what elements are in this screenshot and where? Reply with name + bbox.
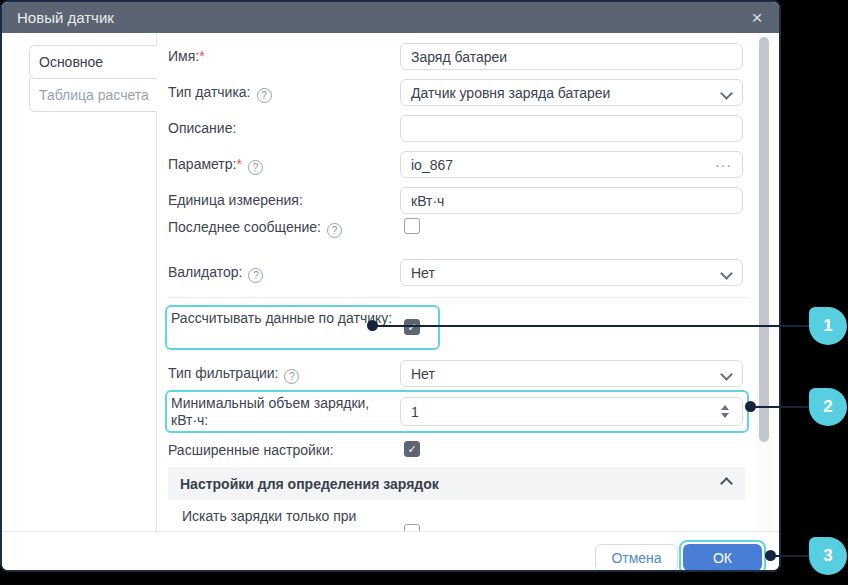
highlight-box-3: ОК	[679, 540, 766, 572]
cancel-button[interactable]: Отмена	[595, 544, 678, 571]
check-icon: ✓	[407, 443, 416, 455]
required-asterisk: *	[236, 156, 241, 172]
last-message-label: Последнее сообщение:?	[168, 219, 342, 238]
calc-by-sensor-label: Рассчитывать данные по датчику:	[171, 310, 396, 327]
description-label: Описание:	[168, 120, 236, 137]
search-charges-checkbox[interactable]	[404, 524, 420, 531]
form-content: Имя:* Заряд батареи Тип датчика:? Датчик…	[157, 33, 779, 531]
chevron-down-icon	[720, 87, 733, 100]
section-divider	[168, 297, 748, 298]
help-icon[interactable]: ?	[284, 369, 299, 384]
parameter-label: Параметр:*?	[168, 156, 263, 175]
sensor-type-label: Тип датчика:?	[168, 84, 272, 103]
dialog-titlebar: Новый датчик	[2, 2, 779, 33]
callout-dot-1	[367, 320, 378, 331]
callout-line-1	[372, 325, 809, 327]
tab-main-label: Основное	[39, 54, 103, 70]
filtration-type-select[interactable]: Нет	[400, 360, 743, 387]
callout-badge-3: 3	[809, 537, 847, 575]
scrollbar-track[interactable]	[757, 33, 772, 531]
tab-rail: Основное Таблица расчета	[2, 33, 157, 531]
callout-dot-3	[765, 550, 776, 561]
dialog-footer: Отмена ОК	[2, 531, 779, 570]
dialog-title: Новый датчик	[17, 9, 114, 26]
required-asterisk: *	[199, 48, 204, 64]
chevron-down-icon	[720, 267, 733, 280]
help-icon[interactable]: ?	[327, 223, 342, 238]
tab-main[interactable]: Основное	[29, 45, 157, 79]
advanced-settings-label: Расширенные настройки:	[168, 442, 334, 459]
callout-line-2	[750, 406, 809, 408]
screenshot-stage: Новый датчик × Основное Таблица расчета …	[0, 0, 848, 585]
chevron-down-icon	[720, 368, 733, 381]
new-sensor-dialog: Новый датчик × Основное Таблица расчета …	[0, 0, 781, 572]
ok-button[interactable]: ОК	[683, 544, 762, 571]
chevron-up-icon	[720, 477, 733, 490]
dialog-body: Основное Таблица расчета Имя:* Заряд бат…	[2, 33, 779, 531]
name-label: Имя:*	[168, 48, 205, 65]
callout-badge-1: 1	[809, 307, 847, 345]
tab-calc-table-label: Таблица расчета	[39, 87, 149, 103]
name-input[interactable]: Заряд батареи	[400, 43, 743, 70]
min-charge-number-input[interactable]: 1	[400, 397, 743, 426]
calc-by-sensor-checkbox[interactable]: ✓	[404, 319, 420, 335]
more-options-icon[interactable]: ···	[715, 157, 732, 173]
close-icon[interactable]: ×	[746, 7, 768, 29]
charges-section-header[interactable]: Настройки для определения зарядок	[168, 467, 745, 500]
validator-label: Валидатор:?	[168, 264, 263, 283]
unit-input[interactable]: кВт·ч	[400, 187, 743, 214]
tab-calc-table[interactable]: Таблица расчета	[29, 78, 157, 112]
parameter-input[interactable]: io_867 ···	[400, 151, 743, 178]
help-icon[interactable]: ?	[257, 88, 272, 103]
callout-badge-2: 2	[809, 388, 847, 426]
unit-label: Единица измерения:	[168, 192, 303, 209]
sensor-type-select[interactable]: Датчик уровня заряда батареи	[400, 79, 743, 106]
help-icon[interactable]: ?	[248, 268, 263, 283]
callout-dot-2	[745, 401, 756, 412]
advanced-settings-checkbox[interactable]: ✓	[404, 441, 420, 457]
check-icon: ✓	[407, 321, 416, 333]
number-spinner-icon[interactable]	[721, 405, 731, 418]
description-input[interactable]	[400, 115, 743, 142]
min-charge-label: Минимальный объем зарядки, кВт·ч:	[171, 395, 396, 429]
filtration-type-label: Тип фильтрации:?	[168, 365, 299, 384]
validator-select[interactable]: Нет	[400, 259, 743, 286]
last-message-checkbox[interactable]	[404, 218, 420, 234]
search-charges-label: Искать зарядки только при	[182, 508, 402, 525]
scrollbar-thumb[interactable]	[759, 37, 769, 442]
help-icon[interactable]: ?	[248, 160, 263, 175]
